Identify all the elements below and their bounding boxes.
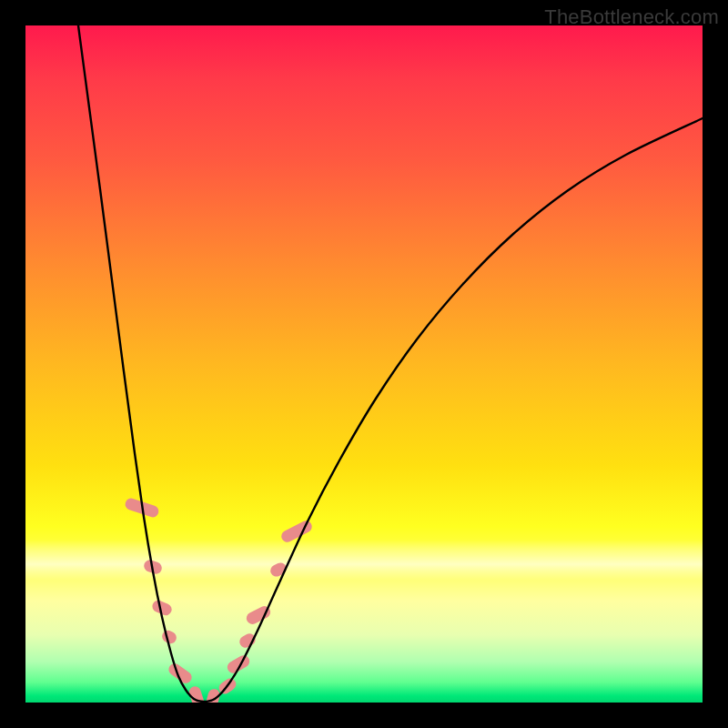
plot-area	[25, 25, 703, 703]
watermark-text: TheBottleneck.com	[544, 5, 719, 29]
data-mark	[225, 653, 251, 675]
data-marks	[124, 497, 314, 703]
chart-frame: TheBottleneck.com	[0, 0, 728, 728]
data-mark	[279, 519, 314, 544]
curve-layer	[25, 25, 703, 703]
bottleneck-curve	[78, 25, 703, 702]
data-mark	[238, 632, 258, 650]
